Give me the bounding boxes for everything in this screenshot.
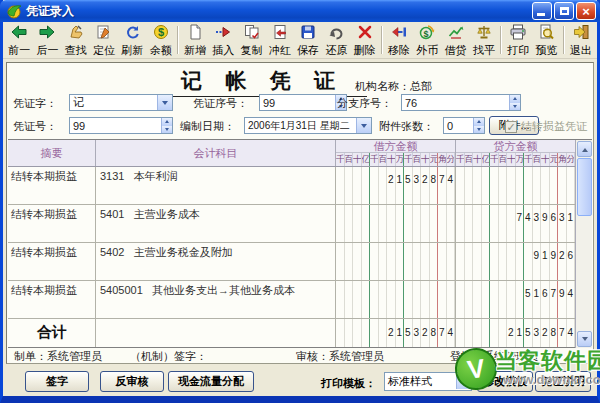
toolbar-separator <box>500 26 502 54</box>
spinner-icon[interactable] <box>509 95 520 110</box>
toolbar-button-remove[interactable]: 移除 <box>385 23 413 57</box>
minimize-button[interactable] <box>532 2 552 20</box>
debit-amount-cell[interactable]: 21532874 <box>336 167 456 204</box>
summary-cell[interactable]: 结转本期损益 <box>8 167 96 204</box>
amount-digit-cell <box>482 319 491 347</box>
toolbar-button-red-reverse[interactable]: 冲红 <box>266 23 294 57</box>
toolbar-button-prev[interactable]: 前一 <box>5 23 33 57</box>
account-cell[interactable]: 5402 主营业务税金及附加 <box>96 243 336 280</box>
toolbar-button-find[interactable]: 查找 <box>62 23 90 57</box>
toolbar-button-delete[interactable]: 删除 <box>351 23 379 57</box>
org-name: 机构名称：总部 <box>355 79 432 94</box>
debit-amount-cell[interactable] <box>336 243 456 280</box>
toolbar-button-copy[interactable]: 复制 <box>237 23 265 57</box>
amount-digit-cell: 4 <box>567 319 576 347</box>
amount-digit-cell: 2 <box>507 319 516 347</box>
amount-digit-cell <box>387 243 396 280</box>
amount-digit-cell <box>345 243 354 280</box>
toolbar-button-debit-credit[interactable]: 借贷 <box>441 23 469 57</box>
voucher-panel: 记 帐 凭 证 机构名称：总部 凭证字： 记 凭证序号： 99 分支序号： 76 <box>6 62 594 364</box>
scroll-up-icon[interactable] <box>577 141 592 157</box>
credit-amount-cell[interactable]: 7439631 <box>456 205 576 242</box>
toolbar-button-next[interactable]: 后一 <box>33 23 61 57</box>
maximize-button[interactable] <box>554 2 574 20</box>
digit-column-header: 百 <box>499 153 508 166</box>
toolbar-button-label: 查找 <box>65 44 87 56</box>
copy-icon <box>244 24 260 44</box>
toolbar-button-save[interactable]: 保存 <box>294 23 322 57</box>
amount-digit-cell: 8 <box>430 167 439 204</box>
modify-template-button[interactable]: 修改模板 <box>477 371 533 392</box>
spinner-icon[interactable] <box>161 118 172 133</box>
amount-digit-cell <box>438 281 447 318</box>
scrollbar-thumb[interactable] <box>577 158 592 216</box>
toolbar-button-insert[interactable]: 插入 <box>209 23 237 57</box>
account-cell[interactable]: 3131 本年利润 <box>96 167 336 204</box>
cashflow-button[interactable]: 现金流量分配 <box>168 371 254 392</box>
amount-digit-cell: 1 <box>396 319 405 347</box>
digit-column-header: 亿 <box>362 153 371 166</box>
toolbar-button-locate[interactable]: 定位 <box>90 23 118 57</box>
arrow-right-icon <box>39 24 55 44</box>
amount-digit-cell <box>345 205 354 242</box>
attachment-count-input[interactable]: 0 <box>443 117 485 134</box>
summary-cell[interactable]: 结转本期损益 <box>8 243 96 280</box>
branch-serial-input[interactable]: 76 <box>401 94 521 111</box>
delete-icon <box>357 24 373 44</box>
spinner-icon[interactable] <box>473 118 484 133</box>
credit-amount-cell[interactable] <box>456 167 576 204</box>
voucher-number-input[interactable]: 99 <box>69 117 173 134</box>
toolbar-button-new[interactable]: 新增 <box>181 23 209 57</box>
amount-digit-cell: 8 <box>550 319 559 347</box>
toolbar-button-refresh[interactable]: 刷新 <box>118 23 146 57</box>
poster-text: 登帐：系统管理员 <box>450 349 538 364</box>
debit-header-label: 借方金额 <box>336 140 455 153</box>
amount-digit-cell <box>473 167 482 204</box>
amount-digit-cell <box>516 281 525 318</box>
toolbar-button-foreign-currency[interactable]: $外币 <box>413 23 441 57</box>
toolbar-separator <box>563 26 565 54</box>
voucher-serial-input[interactable]: 99 <box>259 94 347 111</box>
toolbar-button-exit[interactable]: 退出 <box>567 23 595 57</box>
toolbar-button-label: 删除 <box>354 44 376 56</box>
voucher-word-select[interactable]: 记 <box>69 94 173 111</box>
chevron-down-icon[interactable] <box>157 95 172 110</box>
amount-digit-cell: 9 <box>541 205 550 242</box>
sign-button[interactable]: 签字 <box>25 371 89 392</box>
amount-digit-cell <box>336 319 345 347</box>
amount-digit-cell <box>447 243 456 280</box>
account-cell[interactable]: 5401 主营业务成本 <box>96 205 336 242</box>
chevron-down-icon[interactable] <box>356 118 371 133</box>
vertical-scrollbar[interactable] <box>575 140 592 348</box>
org-label: 机构名称： <box>355 80 410 92</box>
print-template-label: 打印模板： <box>321 376 376 391</box>
chevron-down-icon[interactable] <box>456 374 471 389</box>
amount-digit-cell: 1 <box>396 167 405 204</box>
amount-digit-cell: 2 <box>421 319 430 347</box>
summary-cell[interactable]: 结转本期损益 <box>8 205 96 242</box>
summary-cell[interactable]: 结转本期损益 <box>8 281 96 318</box>
amount-digit-cell: 4 <box>447 167 456 204</box>
credit-amount-cell[interactable]: 516794 <box>456 281 576 318</box>
toolbar-button-balance[interactable]: $余额 <box>146 23 174 57</box>
toolbar-button-print[interactable]: 打印 <box>504 23 532 57</box>
account-cell[interactable]: 5405001 其他业务支出→其他业务成本 <box>96 281 336 318</box>
toolbar-button-preview[interactable]: 预览 <box>532 23 560 57</box>
unaudit-button[interactable]: 反审核 <box>100 371 164 392</box>
debit-amount-cell[interactable] <box>336 281 456 318</box>
voucher-note-button[interactable]: 凭证说明 <box>535 371 591 392</box>
credit-amount-cell[interactable]: 91926 <box>456 243 576 280</box>
amount-digit-cell: 7 <box>438 167 447 204</box>
toolbar-button-label: 保存 <box>297 44 319 56</box>
date-label: 编制日期： <box>180 119 235 134</box>
scroll-down-icon[interactable] <box>577 331 592 347</box>
close-button[interactable]: × <box>576 2 596 20</box>
print-template-select[interactable]: 标准样式 <box>384 372 472 391</box>
toolbar-button-restore[interactable]: 还原 <box>322 23 350 57</box>
toolbar-button-equalize[interactable]: 找平 <box>470 23 498 57</box>
debit-amount-cell[interactable] <box>336 205 456 242</box>
digit-column-header: 分 <box>447 153 456 166</box>
amount-digit-cell <box>482 167 491 204</box>
amount-digit-cell <box>353 205 362 242</box>
date-select[interactable]: 2006年1月31日 星期二 <box>244 117 372 134</box>
